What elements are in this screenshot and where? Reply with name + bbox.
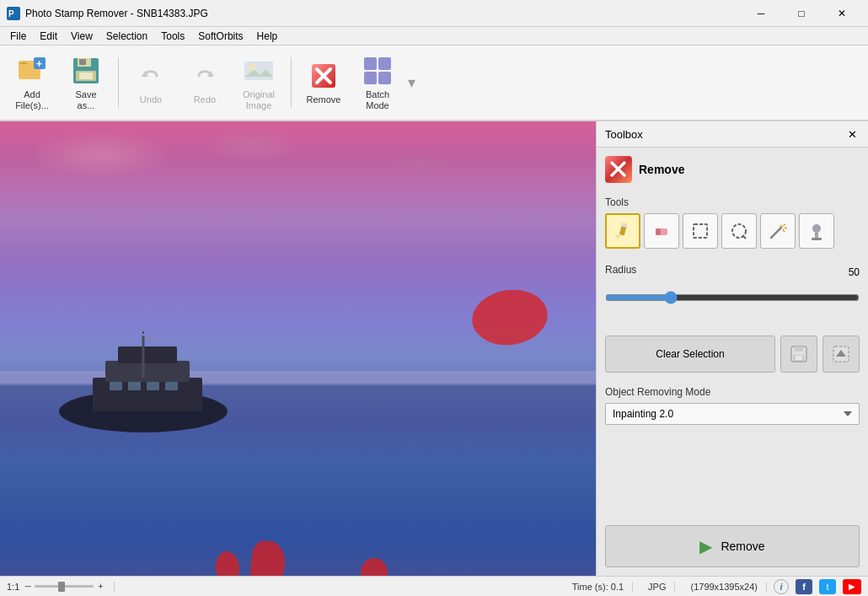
mode-section: Object Removing Mode Inpainting 2.0 Inpa…: [605, 386, 860, 425]
main-content: Toolbox ✕ Remove Tools: [0, 121, 868, 576]
svg-rect-25: [128, 382, 141, 390]
tool-rect-select-button[interactable]: [683, 213, 718, 249]
status-dimensions: (1799x1395x24): [682, 582, 767, 592]
menu-help[interactable]: Help: [250, 29, 285, 44]
youtube-button[interactable]: ▶: [843, 579, 861, 594]
toolbar-separator-1: [118, 57, 119, 108]
action-row: Clear Selection: [605, 336, 860, 373]
close-button[interactable]: ✕: [822, 0, 861, 27]
clear-selection-button[interactable]: Clear Selection: [605, 336, 775, 373]
toolbox-close-button[interactable]: ✕: [844, 126, 860, 142]
save-as-button[interactable]: Saveas...: [61, 50, 111, 115]
remove-action-button[interactable]: ▶ Remove: [605, 525, 860, 567]
facebook-button[interactable]: f: [796, 579, 812, 594]
radius-header: Radius 50: [605, 264, 860, 281]
tools-label: Tools: [605, 196, 860, 208]
toolbox-body: Remove Tools: [597, 148, 868, 576]
menu-softorbits[interactable]: SoftOrbits: [191, 29, 249, 44]
svg-rect-44: [815, 233, 818, 239]
original-image-label: OriginalImage: [243, 89, 275, 111]
batch-mode-icon: [361, 54, 394, 88]
redo-button[interactable]: Redo: [179, 50, 230, 115]
batch-mode-label: BatchMode: [366, 89, 389, 111]
radius-slider-container: [605, 286, 860, 312]
minimize-button[interactable]: ─: [742, 0, 780, 27]
tool-wand-button[interactable]: [760, 213, 796, 249]
window-title: Photo Stamp Remover - SNB14383.JPG: [25, 8, 742, 19]
save-selection-button[interactable]: [780, 336, 817, 373]
undo-label: Undo: [140, 94, 162, 105]
zoom-thumb[interactable]: [58, 582, 65, 592]
tool-eraser-button[interactable]: [644, 213, 679, 249]
zoom-level: 1:1: [7, 582, 19, 592]
remove-header: Remove: [605, 156, 860, 183]
mode-dropdown[interactable]: Inpainting 2.0 Inpainting 1.0 Context Aw…: [605, 403, 860, 425]
svg-line-38: [771, 228, 781, 238]
save-as-icon: [69, 54, 103, 88]
svg-text:P: P: [8, 9, 14, 19]
tool-pencil-button[interactable]: [605, 213, 640, 249]
mode-label: Object Removing Mode: [605, 386, 860, 398]
svg-rect-9: [79, 72, 93, 79]
original-image-button[interactable]: OriginalImage: [233, 50, 284, 115]
twitter-button[interactable]: t: [819, 579, 836, 594]
svg-point-43: [812, 224, 821, 233]
remove-button[interactable]: Remove: [298, 50, 349, 115]
menu-bar: File Edit View Selection Tools SoftOrbit…: [0, 27, 868, 46]
remove-section-title: Remove: [639, 163, 684, 176]
radius-section: Radius 50: [605, 264, 860, 312]
svg-rect-26: [147, 382, 159, 390]
svg-rect-35: [694, 224, 707, 238]
menu-view[interactable]: View: [64, 29, 99, 44]
save-as-label: Saveas...: [75, 89, 96, 111]
toolbar-more-btn[interactable]: ▾: [408, 73, 415, 92]
boat-silhouette: [51, 331, 236, 441]
svg-line-41: [785, 228, 787, 228]
toolbox-header: Toolbox ✕: [597, 121, 868, 148]
svg-marker-31: [613, 234, 621, 240]
undo-button[interactable]: Undo: [126, 50, 176, 115]
app-icon: P: [7, 7, 20, 20]
load-selection-button[interactable]: [822, 336, 860, 373]
menu-tools[interactable]: Tools: [154, 29, 191, 44]
radius-value: 50: [849, 266, 860, 278]
remove-label: Remove: [307, 94, 341, 105]
menu-file[interactable]: File: [3, 29, 33, 44]
svg-line-28: [143, 336, 156, 341]
radius-label: Radius: [605, 264, 636, 276]
info-button[interactable]: i: [774, 579, 789, 594]
maximize-button[interactable]: □: [782, 0, 821, 27]
svg-rect-17: [364, 72, 377, 84]
window-controls: ─ □ ✕: [742, 0, 861, 27]
menu-selection[interactable]: Selection: [99, 29, 154, 44]
svg-rect-15: [364, 57, 377, 70]
zoom-plus-button[interactable]: +: [95, 582, 105, 592]
toolbox-title: Toolbox: [605, 128, 643, 141]
svg-rect-45: [812, 238, 822, 240]
status-time: Time (s): 0.1: [564, 582, 633, 592]
status-format: JPG: [640, 582, 675, 592]
tool-stamp-button[interactable]: [799, 213, 834, 249]
canvas-area[interactable]: [0, 121, 596, 576]
status-zoom: 1:1 ─ +: [7, 582, 115, 592]
svg-rect-47: [795, 346, 803, 352]
svg-line-42: [783, 229, 785, 232]
toolbar: + AddFile(s)... Saveas... Undo: [0, 46, 868, 121]
tools-section: Tools: [605, 196, 860, 255]
radius-slider[interactable]: [605, 291, 860, 304]
svg-point-13: [249, 64, 255, 71]
svg-rect-22: [118, 346, 177, 363]
remove-btn-label: Remove: [721, 540, 764, 553]
menu-edit[interactable]: Edit: [33, 29, 64, 44]
batch-mode-button[interactable]: BatchMode: [352, 50, 403, 115]
svg-rect-16: [378, 57, 391, 70]
svg-rect-34: [656, 228, 661, 235]
status-right: Time (s): 0.1 JPG (1799x1395x24) i f t ▶: [564, 579, 861, 594]
zoom-minus-button[interactable]: ─: [23, 582, 33, 592]
remove-icon: [307, 59, 340, 93]
redo-label: Redo: [194, 94, 216, 105]
add-files-button[interactable]: + AddFile(s)...: [7, 50, 57, 115]
tool-lasso-button[interactable]: [721, 213, 757, 249]
toolbox-panel: Toolbox ✕ Remove Tools: [596, 121, 868, 576]
remove-arrow-icon: ▶: [699, 536, 712, 556]
